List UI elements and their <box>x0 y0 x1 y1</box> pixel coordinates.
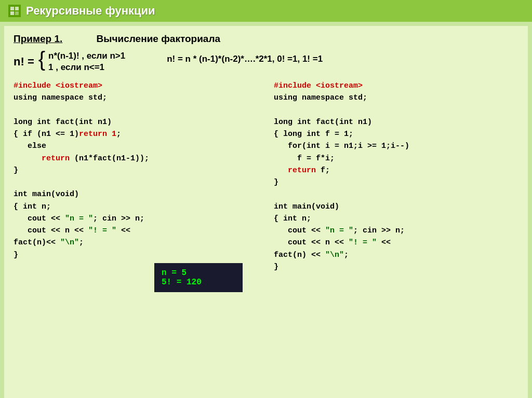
right-using: using namespace std; <box>274 92 518 104</box>
left-code-block: #include <iostream> using namespace std;… <box>14 80 258 261</box>
formula-row: n! = { n*(n-1)! , если n>1 1 , если n<=1… <box>14 51 518 73</box>
formula-left: n! = { n*(n-1)! , если n>1 1 , если n<=1 <box>14 51 125 73</box>
right-main3: cout << n << "! = " << <box>274 237 518 249</box>
brace-block: { n*(n-1)! , если n>1 1 , если n<=1 <box>38 51 125 73</box>
terminal-box: n = 5 5! = 120 <box>154 263 243 292</box>
case2: 1 , если n<=1 <box>48 62 125 73</box>
right-func-sig: long int fact(int n1) <box>274 116 518 128</box>
section-title: Пример 1. Вычисление факториала <box>14 33 518 45</box>
right-line3: f = f*i; <box>274 153 518 164</box>
left-main4: fact(n)<< "\n"; <box>14 237 258 249</box>
left-func-sig: long int fact(int n1) <box>14 116 258 128</box>
svg-rect-1 <box>15 7 19 10</box>
terminal-line1: n = 5 <box>162 268 235 278</box>
left-main2: cout << "n = "; cin >> n; <box>14 213 258 225</box>
left-line3: return (n1*fact(n1-1)); <box>14 153 258 164</box>
cases: n*(n-1)! , если n>1 1 , если n<=1 <box>48 51 125 73</box>
right-main2: cout << "n = "; cin >> n; <box>274 225 518 237</box>
left-blank1 <box>14 104 258 116</box>
main-content: Пример 1. Вычисление факториала n! = { n… <box>4 26 528 398</box>
left-main5: } <box>14 249 258 261</box>
left-using: using namespace std; <box>14 92 258 104</box>
left-line1: { if (n1 <= 1)return 1; <box>14 128 258 140</box>
big-brace: { <box>38 49 45 70</box>
right-main4: fact(n) << "\n"; <box>274 249 518 261</box>
svg-rect-3 <box>15 11 19 15</box>
right-include: #include <iostream> <box>274 80 518 92</box>
two-columns: #include <iostream> using namespace std;… <box>14 80 518 292</box>
col-left: #include <iostream> using namespace std;… <box>14 80 258 292</box>
right-main-sig: int main(void) <box>274 201 518 213</box>
left-include: #include <iostream> <box>14 80 258 92</box>
header-icon <box>8 5 21 17</box>
example-label: Пример 1. <box>14 33 62 44</box>
right-main1: { int n; <box>274 213 518 225</box>
example-subtitle: Вычисление факториала <box>97 33 220 44</box>
right-line2: for(int i = n1;i >= 1;i--) <box>274 140 518 152</box>
left-main3: cout << n << "! = " << <box>14 225 258 237</box>
right-line5: } <box>274 176 518 188</box>
formula-lhs: n! = <box>14 55 34 68</box>
formula-right: n! = n * (n-1)*(n-2)*….*2*1, 0! =1, 1! =… <box>167 54 323 64</box>
left-blank2 <box>14 176 258 188</box>
page-title: Рекурсивные функции <box>26 4 155 18</box>
right-main5: } <box>274 261 518 273</box>
right-code-block: #include <iostream> using namespace std;… <box>274 80 518 273</box>
right-blank2 <box>274 188 518 200</box>
left-main1: { int n; <box>14 201 258 213</box>
left-line2: else <box>14 140 258 152</box>
right-line4: return f; <box>274 164 518 176</box>
svg-rect-0 <box>10 7 14 10</box>
svg-rect-2 <box>10 11 14 15</box>
right-line1: { long int f = 1; <box>274 128 518 140</box>
right-blank1 <box>274 104 518 116</box>
col-right: #include <iostream> using namespace std;… <box>274 80 518 292</box>
case1: n*(n-1)! , если n>1 <box>48 51 125 61</box>
left-main-sig: int main(void) <box>14 188 258 200</box>
terminal-line2: 5! = 120 <box>162 278 235 287</box>
left-line4: } <box>14 164 258 176</box>
header: Рекурсивные функции <box>0 0 532 22</box>
